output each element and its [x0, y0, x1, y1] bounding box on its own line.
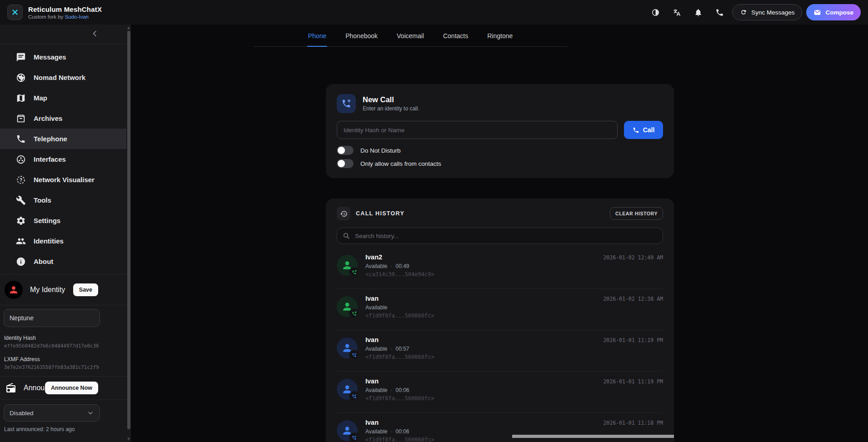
- scrollbar-up-arrow[interactable]: [127, 27, 130, 29]
- my-identity-avatar: [5, 281, 23, 299]
- save-button[interactable]: Save: [73, 283, 98, 296]
- sidebar-item-messages[interactable]: Messages: [0, 47, 126, 67]
- availability-status: Available: [365, 304, 387, 311]
- sidebar-item-label: Messages: [34, 53, 66, 61]
- wrench-icon: [16, 195, 26, 205]
- call-button[interactable]: Call: [624, 121, 663, 139]
- contact-hash: <ca314c30...504e94c9>: [365, 271, 434, 278]
- contact-avatar: [337, 296, 358, 317]
- sync-messages-button[interactable]: Sync Messages: [732, 4, 802, 20]
- phone-incoming-icon: [352, 394, 357, 399]
- identity-hash-or-name-input[interactable]: [337, 121, 618, 139]
- contact-avatar: [337, 255, 358, 276]
- sidebar-item-identities[interactable]: Identities: [0, 231, 126, 251]
- my-identity-section: My Identity Save: [0, 275, 126, 305]
- call-history-row[interactable]: Ivan2 Available · 00:49 <ca314c30...504e…: [337, 248, 663, 289]
- sidebar-item-label: About: [34, 258, 53, 265]
- app-subtitle: Custom fork by Sudo-Ivan: [28, 14, 102, 20]
- lxmf-address-block: LXMF Address 3e7e2e37621635587fb83a381c7…: [4, 356, 100, 370]
- history-icon: [340, 210, 348, 218]
- tab-voicemail[interactable]: Voicemail: [396, 32, 425, 46]
- scrollbar-down-arrow[interactable]: [127, 438, 130, 440]
- app-titles: Reticulum MeshChatX Custom fork by Sudo-…: [28, 5, 102, 20]
- chat-bubble-icon: [16, 52, 26, 62]
- call-toggles: Do Not Disturb Only allow calls from con…: [337, 146, 663, 168]
- call-history-header: CALL HISTORY CLEAR HISTORY: [337, 207, 663, 220]
- last-announced-text: Last announced: 2 hours ago: [4, 426, 126, 432]
- sidebar-scrollbar-thumb[interactable]: [127, 31, 130, 429]
- search-icon: [343, 232, 350, 239]
- toggle-do-not-disturb[interactable]: [337, 146, 354, 155]
- sidebar-item-settings[interactable]: Settings: [0, 210, 126, 231]
- sidebar-item-about[interactable]: About: [0, 251, 126, 272]
- contact-avatar: [337, 338, 358, 358]
- compose-button[interactable]: Compose: [806, 4, 861, 20]
- phone-icon: [633, 127, 639, 134]
- radio-icon: [5, 382, 16, 393]
- sidebar-item-interfaces[interactable]: Interfaces: [0, 149, 126, 169]
- new-call-input-row: Call: [337, 121, 663, 139]
- sidebar-item-archives[interactable]: Archives: [0, 108, 126, 129]
- tab-phonebook[interactable]: Phonebook: [344, 32, 379, 46]
- sidebar-item-label: Telephone: [34, 135, 67, 143]
- toggle-only-allow-calls-from-contacts[interactable]: [337, 159, 354, 168]
- sidebar-scrollbar[interactable]: [126, 25, 131, 442]
- telephone-shortcut-button[interactable]: [711, 4, 728, 21]
- sidebar-item-map[interactable]: Map: [0, 88, 126, 108]
- gear-icon: [16, 216, 26, 226]
- history-search-box: [337, 228, 663, 244]
- new-call-card: New Call Enter an identity to call. Call…: [326, 84, 674, 178]
- announce-interval-select[interactable]: Disabled: [4, 404, 100, 422]
- sidebar-item-label: Identities: [34, 237, 64, 245]
- announce-section: Announce Announce Now: [0, 377, 126, 399]
- call-timestamp: 2026-01-02 12:40 AM: [603, 254, 663, 261]
- contact-avatar: [337, 420, 358, 441]
- call-history-card: CALL HISTORY CLEAR HISTORY Ivan2 Availab…: [326, 199, 674, 442]
- announce-interval-value: Disabled: [10, 410, 34, 417]
- contact-name: Ivan: [365, 419, 434, 426]
- notifications-button[interactable]: [689, 4, 707, 21]
- sidebar-item-nomad-network[interactable]: Nomad Network: [0, 67, 126, 88]
- horizontal-scrollbar-thumb[interactable]: [512, 435, 674, 438]
- call-status-line: Available · 00:06: [365, 428, 434, 435]
- history-search-input[interactable]: [354, 232, 657, 240]
- tab-ringtone[interactable]: Ringtone: [486, 32, 514, 46]
- call-direction-badge: [349, 391, 359, 401]
- tab-phone[interactable]: Phone: [307, 32, 327, 46]
- call-history-row[interactable]: Ivan Available · 00:57 <f1d9f8fa...56086…: [337, 330, 663, 372]
- contact-hash: <f1d9f8fa...560860fc>: [365, 313, 434, 319]
- language-button[interactable]: [668, 4, 685, 21]
- call-history-row[interactable]: Ivan Available · <f1d9f8fa...560860fc> 2…: [337, 289, 663, 330]
- call-duration: 00:57: [395, 346, 409, 352]
- announce-now-button[interactable]: Announce Now: [45, 382, 98, 394]
- identity-name-input[interactable]: [4, 309, 100, 327]
- new-call-header: New Call Enter an identity to call.: [337, 94, 663, 113]
- sidebar-item-network-visualiser[interactable]: ? Network Visualiser: [0, 169, 126, 190]
- phone-incoming-icon: [352, 435, 357, 440]
- tab-contacts[interactable]: Contacts: [442, 32, 469, 46]
- info-icon: [16, 257, 26, 267]
- sidebar-item-tools[interactable]: Tools: [0, 190, 126, 210]
- call-timestamp: 2026-01-02 12:38 AM: [603, 296, 663, 302]
- app-title: Reticulum MeshChatX: [28, 5, 102, 13]
- theme-icon: [651, 8, 660, 17]
- sidebar: Messages Nomad Network Map Archives Tele…: [0, 25, 126, 442]
- toggle-knob: [338, 160, 345, 167]
- sidebar-item-label: Map: [34, 94, 47, 102]
- call-direction-badge: [349, 267, 359, 277]
- clear-history-button[interactable]: CLEAR HISTORY: [610, 207, 663, 220]
- subtitle-author-link[interactable]: Sudo-Ivan: [65, 14, 89, 20]
- contact-name: Ivan2: [365, 253, 434, 261]
- theme-toggle-button[interactable]: [647, 4, 664, 21]
- status-separator-dot: ·: [390, 346, 392, 352]
- toggle-label: Do Not Disturb: [360, 147, 401, 154]
- call-status-line: Available ·: [365, 304, 434, 311]
- network-interfaces-icon: [16, 154, 26, 164]
- call-history-row[interactable]: Ivan Available · 00:06 <f1d9f8fa...56086…: [337, 372, 663, 413]
- sidebar-item-label: Tools: [34, 196, 51, 204]
- new-call-icon-tile: [337, 94, 356, 113]
- sidebar-collapse-button[interactable]: [89, 28, 101, 40]
- x-logo-icon: [11, 8, 19, 16]
- sidebar-item-telephone[interactable]: Telephone: [0, 129, 126, 149]
- call-duration: 00:49: [395, 263, 409, 269]
